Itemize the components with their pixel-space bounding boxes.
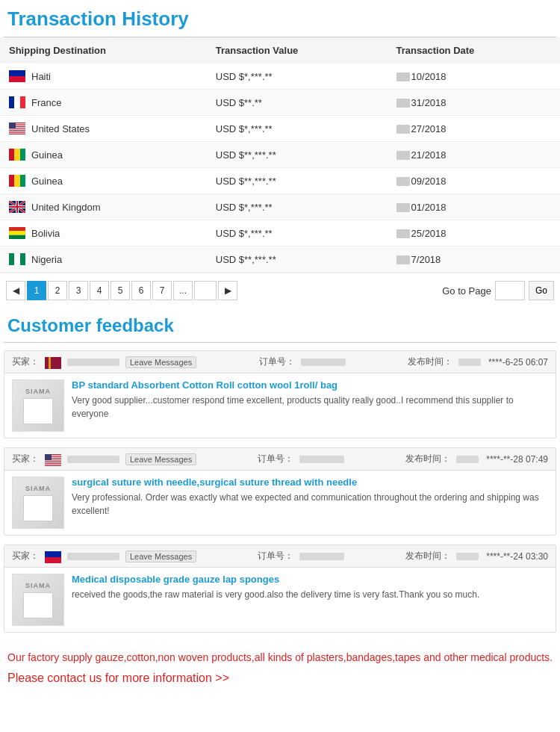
feedback-item: 买家： Leave Messages 订单号： 发布时间： ****-**-24…	[4, 545, 556, 633]
page-btn-6[interactable]: 6	[131, 281, 151, 300]
value-cell: USD $*,***.**	[207, 194, 388, 220]
date-visible: 27/2018	[411, 123, 447, 134]
page-btn-7[interactable]: 7	[152, 281, 172, 300]
buyer-name-blur	[67, 456, 119, 463]
flag-icon	[9, 122, 25, 134]
product-link[interactable]: surgical suture with needle,surgical sut…	[72, 477, 548, 488]
leave-message-btn[interactable]: Leave Messages	[125, 453, 196, 465]
svg-rect-36	[51, 357, 61, 369]
svg-rect-46	[45, 557, 61, 563]
feedback-header: 买家： Leave Messages 订单号： 发布时间： ****-**-28…	[4, 448, 556, 471]
time-value: ****-6-25 06:07	[488, 357, 548, 367]
date-cell: 27/2018	[388, 116, 560, 142]
date-cell: 25/2018	[388, 220, 560, 246]
goto-label: Go to Page	[442, 285, 491, 297]
country-name: Guinea	[31, 176, 63, 187]
pagination-bar: ◀ 1 2 3 4 5 6 7 ... ▶ Go to Page Go	[0, 273, 560, 308]
date-visible: 21/2018	[411, 149, 447, 161]
page-btn-1[interactable]: 1	[27, 281, 46, 300]
product-thumbnail: SIAMA	[12, 574, 64, 626]
destination-cell: France	[0, 90, 207, 116]
page-btn-5[interactable]: 5	[111, 281, 130, 300]
go-button[interactable]: Go	[529, 281, 554, 300]
date-visible: 09/2018	[411, 176, 447, 187]
buyer-label: 买家：	[12, 356, 39, 368]
next-page-btn[interactable]: ▶	[218, 281, 237, 300]
goto-input[interactable]	[495, 281, 525, 300]
flag-icon	[9, 253, 25, 265]
date-cell: 7/2018	[388, 246, 560, 273]
promo-line2: Please contact us for more information >…	[7, 669, 553, 688]
date-visible: 31/2018	[411, 97, 447, 108]
svg-rect-30	[9, 235, 25, 239]
destination-cell: Guinea	[0, 142, 207, 168]
time-label: 发布时间：	[405, 550, 450, 562]
order-number-blur	[299, 553, 344, 560]
date-cell: 09/2018	[388, 168, 560, 194]
country-name: Haiti	[31, 71, 51, 82]
svg-rect-35	[49, 357, 51, 369]
date-cell: 01/2018	[388, 194, 560, 220]
table-row: United StatesUSD $*,***.**27/2018	[0, 116, 560, 142]
prev-page-btn[interactable]: ◀	[6, 281, 25, 300]
flag-icon	[9, 96, 25, 108]
svg-rect-28	[9, 227, 25, 231]
leave-message-btn[interactable]: Leave Messages	[125, 356, 196, 368]
promo-line1: Our factory supply gauze,cotton,non wove…	[7, 649, 553, 666]
page-btn-3[interactable]: 3	[69, 281, 88, 300]
svg-rect-10	[9, 131, 25, 131]
flag-icon	[9, 175, 25, 187]
svg-rect-12	[9, 122, 16, 128]
table-row: HaitiUSD $*,***.**10/2018	[0, 63, 560, 90]
flag-icon	[9, 70, 25, 82]
leave-message-btn[interactable]: Leave Messages	[125, 550, 196, 562]
feedback-title: Customer feedback	[0, 308, 560, 342]
feedback-content: surgical suture with needle,surgical sut…	[72, 477, 548, 518]
buyer-flag-icon	[45, 454, 61, 465]
page-btn-4[interactable]: 4	[90, 281, 109, 300]
feedback-list: 买家： Leave Messages 订单号： 发布时间： ****-6-25 …	[0, 350, 560, 633]
value-cell: USD $**,***.**	[207, 142, 388, 168]
svg-rect-3	[14, 96, 20, 108]
product-link[interactable]: Medical disposable grade gauze lap spong…	[72, 574, 548, 585]
time-label: 发布时间：	[405, 453, 450, 465]
destination-cell: Nigeria	[0, 246, 207, 273]
date-masked	[396, 229, 410, 238]
svg-rect-11	[9, 133, 25, 134]
flag-icon	[9, 149, 25, 161]
date-cell: 10/2018	[388, 63, 560, 90]
date-cell: 31/2018	[388, 90, 560, 116]
svg-rect-42	[45, 462, 61, 463]
page-btn-2[interactable]: 2	[48, 281, 67, 300]
customer-feedback-section: Customer feedback 买家： Leave Messages 订单号…	[0, 308, 560, 633]
svg-rect-34	[45, 357, 49, 369]
svg-rect-13	[9, 149, 14, 161]
svg-rect-18	[20, 175, 25, 187]
transaction-table: Shipping Destination Transaction Value T…	[0, 37, 560, 273]
page-input-box[interactable]	[194, 281, 217, 300]
date-visible: 25/2018	[411, 228, 447, 239]
country-name: Guinea	[31, 149, 63, 161]
feedback-header: 买家： Leave Messages 订单号： 发布时间： ****-6-25 …	[4, 351, 556, 373]
feedback-divider	[4, 342, 556, 343]
product-thumbnail: SIAMA	[12, 379, 64, 432]
date-visible: 01/2018	[411, 202, 447, 213]
svg-rect-41	[45, 460, 61, 461]
buyer-flag-icon	[45, 551, 61, 562]
value-cell: USD $**,***.**	[207, 246, 388, 273]
svg-rect-16	[9, 175, 14, 187]
date-masked	[396, 151, 410, 160]
svg-rect-27	[9, 206, 25, 208]
destination-cell: Guinea	[0, 168, 207, 194]
buyer-flag-icon	[45, 357, 61, 367]
table-row: GuineaUSD $**,***.**09/2018	[0, 168, 560, 194]
svg-rect-29	[9, 231, 25, 235]
time-blur	[458, 359, 481, 366]
table-row: FranceUSD $**.**31/2018	[0, 90, 560, 116]
feedback-body: SIAMA surgical suture with needle,surgic…	[4, 471, 556, 535]
date-masked	[396, 125, 410, 134]
svg-rect-32	[14, 253, 20, 265]
product-link[interactable]: BP standard Absorbent Cotton Roll cotton…	[72, 379, 548, 391]
feedback-content: Medical disposable grade gauze lap spong…	[72, 574, 548, 601]
value-cell: USD $*,***.**	[207, 116, 388, 142]
